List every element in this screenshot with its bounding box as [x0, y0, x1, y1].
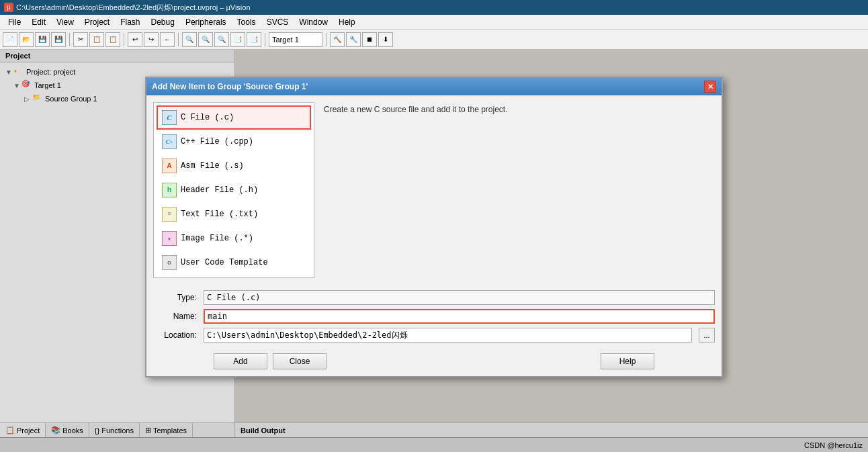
toolbar-separator-3 — [178, 33, 179, 46]
cpp-file-label: C++ File (.cpp) — [181, 137, 253, 146]
c-file-icon: C — [162, 110, 177, 125]
type-label: Type: — [153, 293, 197, 302]
dialog-form: Type: C File (.c) Name: Location: ... — [146, 285, 722, 348]
toolbar-btn4[interactable]: 📑 — [230, 32, 245, 47]
description-text: Create a new C source file and add it to… — [324, 105, 508, 114]
toolbar-separator-4 — [265, 33, 265, 46]
menu-file[interactable]: File — [3, 16, 26, 28]
name-label: Name: — [153, 312, 197, 321]
type-value: C File (.c) — [204, 290, 715, 305]
menu-project[interactable]: Project — [79, 16, 115, 28]
file-type-text[interactable]: ≡ Text File (.txt) — [157, 202, 311, 226]
menu-help[interactable]: Help — [333, 16, 361, 28]
menu-debug[interactable]: Debug — [146, 16, 180, 28]
menu-tools[interactable]: Tools — [232, 16, 261, 28]
file-type-asm[interactable]: A Asm File (.s) — [157, 154, 311, 178]
file-type-cpp[interactable]: C+ C++ File (.cpp) — [157, 130, 311, 154]
c-file-label: C File (.c) — [181, 113, 234, 122]
toolbar-btn1[interactable]: 🔍 — [182, 32, 197, 47]
toolbar-rebuild[interactable]: 🔧 — [346, 32, 361, 47]
close-button[interactable]: Close — [273, 353, 327, 369]
toolbar-undo[interactable]: ↩ — [128, 32, 142, 47]
dialog-titlebar: Add New Item to Group 'Source Group 1' ✕ — [146, 78, 722, 95]
toolbar-separator-1 — [69, 33, 70, 46]
status-text: CSDN @hercu1iz — [804, 441, 863, 449]
name-input[interactable] — [204, 309, 715, 324]
header-file-icon: h — [162, 183, 177, 197]
status-bar: CSDN @hercu1iz — [0, 437, 868, 452]
file-type-c[interactable]: C C File (.c) — [157, 105, 311, 130]
menu-view[interactable]: View — [51, 16, 79, 28]
toolbar-btn5[interactable]: 📑 — [247, 32, 261, 47]
menu-flash[interactable]: Flash — [115, 16, 145, 28]
header-file-label: Header File (.h) — [181, 185, 258, 195]
toolbar-download[interactable]: ⬇ — [378, 32, 393, 47]
main-layout: Project ▼ ⬧ Project: project ▼ 🎯 Target … — [0, 50, 868, 437]
usercode-file-label: User Code Template — [181, 258, 268, 267]
image-file-label: Image File (.*) — [181, 234, 253, 243]
app-icon: µ — [4, 3, 13, 12]
toolbar-save[interactable]: 💾 — [35, 32, 50, 47]
usercode-file-icon: ⚙ — [162, 255, 177, 270]
toolbar-redo[interactable]: ↪ — [144, 32, 159, 47]
add-new-item-dialog: Add New Item to Group 'Source Group 1' ✕… — [145, 77, 723, 377]
toolbar-separator-5 — [326, 33, 327, 46]
file-type-image[interactable]: ★ Image File (.*) — [157, 226, 311, 251]
help-button[interactable]: Help — [601, 353, 654, 369]
toolbar-btn2[interactable]: 🔍 — [198, 32, 213, 47]
browse-button[interactable]: ... — [699, 328, 715, 343]
dialog-title: Add New Item to Group 'Source Group 1' — [152, 82, 308, 91]
toolbar-build[interactable]: 🔨 — [330, 32, 345, 47]
image-file-icon: ★ — [162, 231, 177, 246]
menu-svcs[interactable]: SVCS — [261, 16, 294, 28]
cpp-file-icon: C+ — [162, 134, 177, 149]
menu-edit[interactable]: Edit — [26, 16, 51, 28]
form-row-type: Type: C File (.c) — [153, 290, 715, 305]
form-row-name: Name: — [153, 309, 715, 324]
title-text: C:\Users\admin\Desktop\Embedded\2-2led闪烁… — [16, 3, 251, 13]
toolbar-stop[interactable]: ⏹ — [362, 32, 377, 47]
add-button[interactable]: Add — [214, 353, 267, 369]
file-type-usercode[interactable]: ⚙ User Code Template — [157, 251, 311, 275]
toolbar-btn3[interactable]: 🔍 — [214, 32, 229, 47]
dialog-description: Create a new C source file and add it to… — [321, 102, 715, 278]
file-type-header[interactable]: h Header File (.h) — [157, 178, 311, 202]
toolbar-open[interactable]: 📂 — [19, 32, 34, 47]
toolbar-separator-2 — [124, 33, 124, 46]
title-bar: µ C:\Users\admin\Desktop\Embedded\2-2led… — [0, 0, 868, 15]
location-label: Location: — [153, 330, 197, 340]
asm-file-label: Asm File (.s) — [181, 161, 244, 171]
toolbar-paste[interactable]: 📋 — [105, 32, 120, 47]
text-file-label: Text File (.txt) — [181, 210, 258, 219]
toolbar-new[interactable]: 📄 — [3, 32, 17, 47]
location-input[interactable] — [204, 328, 692, 343]
dialog-buttons: Add Close Help — [146, 348, 722, 376]
toolbar-copy[interactable]: 📋 — [89, 32, 104, 47]
dialog-body: C C File (.c) C+ C++ File (.cpp) A Asm F… — [146, 95, 722, 285]
menu-window[interactable]: Window — [294, 16, 333, 28]
dialog-close-button[interactable]: ✕ — [704, 81, 716, 93]
toolbar-cut[interactable]: ✂ — [73, 32, 88, 47]
toolbar-back[interactable]: ← — [160, 32, 175, 47]
menu-bar: File Edit View Project Flash Debug Perip… — [0, 15, 868, 30]
file-type-list: C C File (.c) C+ C++ File (.cpp) A Asm F… — [153, 102, 314, 278]
text-file-icon: ≡ — [162, 207, 177, 222]
form-row-location: Location: ... — [153, 328, 715, 343]
toolbar-saveall[interactable]: 💾 — [51, 32, 66, 47]
menu-peripherals[interactable]: Peripherals — [180, 16, 232, 28]
toolbar: 📄 📂 💾 💾 ✂ 📋 📋 ↩ ↪ ← 🔍 🔍 🔍 📑 📑 Target 1 🔨… — [0, 30, 868, 50]
asm-file-icon: A — [162, 159, 177, 173]
toolbar-target-label: Target 1 — [269, 32, 322, 47]
modal-overlay: Add New Item to Group 'Source Group 1' ✕… — [0, 50, 868, 437]
